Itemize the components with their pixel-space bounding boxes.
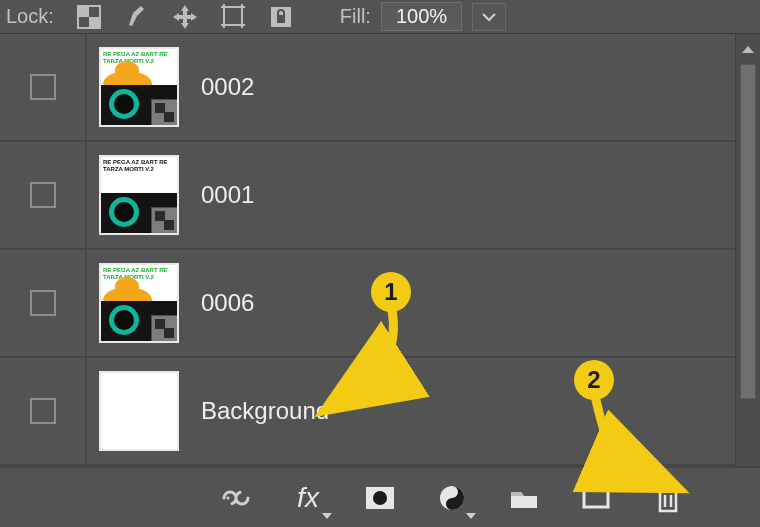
smart-object-badge-icon: [151, 99, 177, 125]
layer-row[interactable]: Background: [0, 358, 735, 466]
adjustment-layer-button[interactable]: [434, 480, 470, 516]
lock-artboard-icon[interactable]: [218, 4, 248, 30]
svg-rect-17: [584, 487, 608, 507]
layer-name[interactable]: 0006: [201, 289, 254, 317]
fill-dropdown-button[interactable]: [472, 3, 506, 31]
chevron-down-icon: [482, 12, 496, 22]
svg-rect-22: [664, 484, 672, 488]
layer-name[interactable]: 0001: [201, 181, 254, 209]
new-group-button[interactable]: [506, 480, 542, 516]
fill-label: Fill:: [340, 5, 371, 28]
scroll-up-arrow-icon[interactable]: [736, 34, 760, 64]
visibility-cell[interactable]: [0, 358, 87, 464]
layer-mask-icon: [365, 486, 395, 510]
layers-scrollbar[interactable]: [735, 34, 760, 466]
layer-thumbnail[interactable]: RE PEGA AZ BART RE TARZA MORTI V.2: [99, 155, 179, 235]
svg-rect-1: [78, 6, 89, 17]
smart-object-badge-icon: [151, 207, 177, 233]
visibility-cell[interactable]: [0, 142, 87, 248]
layer-name[interactable]: 0002: [201, 73, 254, 101]
lock-position-move-icon[interactable]: [170, 4, 200, 30]
fill-group: Fill: 100%: [340, 2, 506, 31]
add-layer-mask-button[interactable]: [362, 480, 398, 516]
visibility-checkbox[interactable]: [30, 182, 56, 208]
layers-list: RE PEGA AZ BART RE TARZA MORTI V.2 0002 …: [0, 34, 735, 466]
visibility-cell[interactable]: [0, 250, 87, 356]
new-layer-icon: [582, 485, 610, 511]
layers-bottom-toolbar: fx: [0, 466, 760, 527]
delete-layer-button[interactable]: [650, 480, 686, 516]
layer-thumbnail[interactable]: [99, 371, 179, 451]
lock-transparency-icon[interactable]: [74, 4, 104, 30]
link-icon: [220, 488, 252, 508]
dropdown-arrow-icon: [322, 513, 332, 519]
layer-row[interactable]: RE PEGA AZ BART RE TARZA MORTI V.2 0006: [0, 250, 735, 358]
svg-point-15: [373, 491, 387, 505]
svg-rect-2: [89, 17, 100, 28]
dropdown-arrow-icon: [466, 513, 476, 519]
visibility-checkbox[interactable]: [30, 290, 56, 316]
trash-icon: [656, 483, 680, 513]
lock-pixels-brush-icon[interactable]: [122, 4, 152, 30]
layer-row[interactable]: RE PEGA AZ BART RE TARZA MORTI V.2 0002: [0, 34, 735, 142]
fx-icon: fx: [297, 484, 319, 512]
visibility-checkbox[interactable]: [30, 398, 56, 424]
lock-icons-group: [74, 4, 296, 30]
adjustment-yin-yang-icon: [438, 484, 466, 512]
visibility-cell[interactable]: [0, 34, 87, 140]
scrollbar-thumb[interactable]: [740, 64, 756, 399]
visibility-checkbox[interactable]: [30, 74, 56, 100]
svg-rect-3: [224, 7, 242, 25]
lock-label: Lock:: [6, 5, 54, 28]
layer-name[interactable]: Background: [201, 397, 329, 425]
layer-thumbnail[interactable]: RE PEGA AZ BART RE TARZA MORTI V.2: [99, 263, 179, 343]
fill-value-field[interactable]: 100%: [381, 2, 462, 31]
layer-thumbnail[interactable]: RE PEGA AZ BART RE TARZA MORTI V.2: [99, 47, 179, 127]
layer-effects-button[interactable]: fx: [290, 480, 326, 516]
lock-all-icon[interactable]: [266, 4, 296, 30]
smart-object-badge-icon: [151, 315, 177, 341]
layer-row[interactable]: RE PEGA AZ BART RE TARZA MORTI V.2 0001: [0, 142, 735, 250]
folder-icon: [509, 486, 539, 510]
svg-rect-18: [660, 491, 676, 511]
layers-panel-options-bar: Lock: Fill: 100%: [0, 0, 760, 34]
new-layer-button[interactable]: [578, 480, 614, 516]
link-layers-button[interactable]: [218, 480, 254, 516]
svg-rect-13: [277, 15, 285, 23]
